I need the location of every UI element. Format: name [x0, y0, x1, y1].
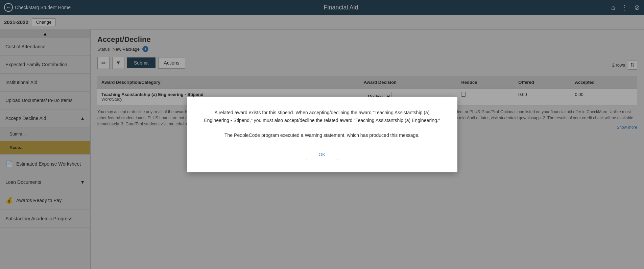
modal-message-line2: The PeopleCode program executed a Warnin…: [203, 131, 441, 139]
modal-overlay: A related award exists for this stipend.…: [0, 0, 644, 269]
modal-ok-button[interactable]: OK: [306, 149, 338, 160]
modal-message: A related award exists for this stipend.…: [203, 109, 441, 139]
modal-message-line1: A related award exists for this stipend.…: [203, 109, 441, 124]
modal-dialog: A related award exists for this stipend.…: [187, 97, 457, 172]
